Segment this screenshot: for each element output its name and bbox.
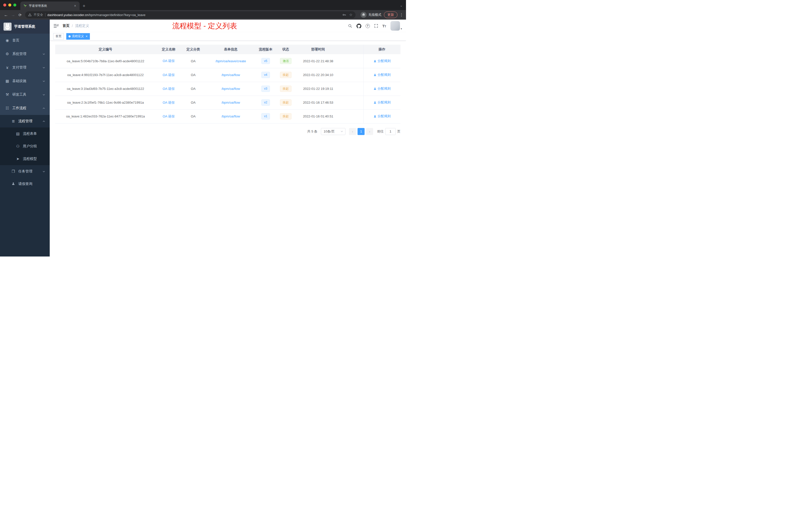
sidebar-item-process-model[interactable]: ➤ 流程模型 — [0, 153, 50, 165]
page-content: 定义编号 定义名称 定义分类 表单信息 流程版本 状态 部署时间 操作 oa_l… — [50, 41, 406, 256]
assign-rule-link[interactable]: 分配规则 — [373, 59, 391, 63]
assign-rule-link[interactable]: 分配规则 — [373, 100, 391, 105]
page-1-button[interactable]: 1 — [357, 128, 365, 135]
assign-rule-label: 分配规则 — [378, 100, 391, 105]
user-icon — [373, 59, 377, 63]
sidebar-item-process-form[interactable]: ▤ 流程表单 — [0, 127, 50, 140]
minimize-window-button[interactable] — [8, 3, 11, 6]
close-icon[interactable]: × — [86, 34, 88, 38]
font-size-icon[interactable]: TT — [382, 24, 386, 28]
sidebar-item-devtools[interactable]: ⚒ 研发工具 — [0, 88, 50, 101]
form-link[interactable]: /bpm/oa/flow — [222, 101, 240, 104]
sidebar-item-label: 请假查询 — [18, 182, 32, 186]
chevron-down-icon — [42, 93, 45, 96]
back-button[interactable]: ← — [2, 13, 9, 17]
user-avatar[interactable] — [390, 21, 400, 31]
sidebar-item-label: 系统管理 — [12, 52, 26, 56]
search-icon[interactable] — [348, 24, 352, 28]
incognito-label: 无痕模式 — [368, 12, 381, 17]
tag-process-definition[interactable]: 流程定义 × — [66, 33, 90, 40]
url-text[interactable]: dashboard.yudao.iocoder.cn/bpm/manager/d… — [48, 13, 340, 17]
assign-rule-link[interactable]: 分配规则 — [373, 114, 391, 118]
form-link[interactable]: /bpm/oa/flow — [222, 73, 240, 77]
sidebar-logo[interactable]: 芋道管理系统 — [0, 20, 50, 34]
breadcrumb-home[interactable]: 首页 — [62, 24, 69, 28]
sidebar-item-label: 基础设施 — [12, 79, 26, 83]
monitor-icon: ▦ — [5, 79, 9, 83]
sidebar-item-home[interactable]: ◉ 首页 — [0, 34, 50, 47]
sidebar-item-process-management[interactable]: ≣ 流程管理 — [0, 115, 50, 127]
fullscreen-icon[interactable] — [374, 24, 378, 28]
page-size-select[interactable]: 10条/页 — [321, 128, 346, 135]
sidebar-item-user-group[interactable]: ⚇ 用户分组 — [0, 140, 50, 153]
definition-category: OA — [181, 96, 205, 110]
version-badge: v4 — [261, 72, 270, 78]
sidebar-item-task-management[interactable]: ❒ 任务管理 — [0, 165, 50, 178]
new-tab-button[interactable]: + — [83, 3, 85, 8]
definition-name-link[interactable]: OA 请假 — [163, 87, 175, 91]
definition-name-link[interactable]: OA 请假 — [163, 73, 175, 77]
sidebar-item-label: 流程表单 — [23, 131, 37, 136]
bookmark-star-icon[interactable]: ☆ — [349, 12, 352, 17]
filler-cell — [340, 54, 363, 68]
logo-avatar — [3, 23, 11, 31]
chrome-update-button[interactable]: 更新 — [384, 11, 398, 18]
sidebar-item-system[interactable]: ⚙ 系统管理 — [0, 47, 50, 61]
status-badge: 挂起 — [280, 99, 291, 105]
collapse-sidebar-icon[interactable] — [54, 24, 58, 28]
col-definition-category: 定义分类 — [181, 45, 205, 54]
deploy-time: 2022-01-22 19:19:11 — [297, 82, 340, 96]
tag-label: 首页 — [56, 34, 61, 38]
next-page-button[interactable]: › — [366, 128, 373, 135]
close-window-button[interactable] — [3, 3, 6, 6]
reload-button[interactable]: ⟳ — [17, 13, 24, 17]
col-definition-name: 定义名称 — [156, 45, 181, 54]
sidebar-item-payment[interactable]: ¥ 支付管理 — [0, 61, 50, 74]
definition-name-link[interactable]: OA 请假 — [163, 59, 175, 63]
security-label[interactable]: 不安全 — [34, 13, 43, 17]
filler-cell — [340, 68, 363, 82]
sidebar-item-infrastructure[interactable]: ▦ 基础设施 — [0, 74, 50, 88]
tab-search-icon[interactable]: ⌄ — [400, 4, 403, 7]
form-link[interactable]: /bpm/oa/flow — [222, 115, 240, 118]
assign-rule-label: 分配规则 — [378, 59, 391, 63]
goto-page-input[interactable] — [385, 128, 396, 135]
col-definition-id: 定义编号 — [55, 45, 156, 54]
password-key-icon[interactable] — [342, 13, 346, 17]
table-row: oa_leave:5:004b710b-7b8a-11ec-8ef0-acde4… — [55, 54, 401, 68]
maximize-window-button[interactable] — [13, 3, 16, 6]
sidebar-item-workflow[interactable]: ☷ 工作流程 — [0, 101, 50, 115]
annotation-text: 流程模型 - 定义列表 — [172, 21, 237, 31]
assign-rule-link[interactable]: 分配规则 — [373, 72, 391, 77]
prev-page-button[interactable]: ‹ — [349, 128, 356, 135]
deploy-time: 2022-01-16 01:40:51 — [297, 110, 340, 123]
definition-name-link[interactable]: OA 请假 — [163, 115, 175, 118]
active-dot — [68, 35, 70, 37]
assign-rule-link[interactable]: 分配规则 — [373, 86, 391, 91]
browser-menu-icon[interactable]: ⋮ — [400, 12, 404, 17]
user-menu[interactable]: ▾ — [390, 21, 402, 31]
browser-tab[interactable]: 芋道管理系统 × — [20, 1, 80, 10]
close-tab-icon[interactable]: × — [73, 4, 77, 8]
col-actions: 操作 — [363, 45, 401, 54]
form-link[interactable]: /bpm/oa/flow — [222, 87, 240, 91]
dashboard-icon: ◉ — [5, 38, 9, 43]
sidebar-item-leave-query[interactable]: 请假查询 — [0, 178, 50, 190]
col-form-info: 表单信息 — [205, 45, 257, 54]
main-area: 首页 / 流程定义 流程模型 - 定义列表 ? TT ▾ 首页 — [50, 20, 406, 256]
filler-cell — [340, 96, 363, 110]
sidebar-item-label: 首页 — [12, 38, 19, 43]
github-icon[interactable] — [356, 24, 361, 28]
address-bar[interactable]: 不安全 dashboard.yudao.iocoder.cn/bpm/manag… — [25, 11, 355, 18]
form-icon: ▤ — [16, 131, 20, 136]
sidebar: 芋道管理系统 ◉ 首页 ⚙ 系统管理 ¥ 支付管理 ▦ 基础设施 — [0, 20, 50, 256]
forward-button[interactable]: → — [9, 13, 17, 17]
help-icon[interactable]: ? — [366, 24, 370, 28]
browser-toolbar: ← → ⟳ 不安全 dashboard.yudao.iocoder.cn/bpm… — [0, 10, 406, 20]
form-link[interactable]: /bpm/oa/leave/create — [215, 59, 246, 63]
tag-home[interactable]: 首页 — [53, 33, 64, 40]
definition-id: oa_leave:5:004b710b-7b8a-11ec-8ef0-acde4… — [55, 54, 156, 68]
deploy-time: 2022-01-22 20:34:10 — [297, 68, 340, 82]
definition-name-link[interactable]: OA 请假 — [163, 101, 175, 104]
definition-table: 定义编号 定义名称 定义分类 表单信息 流程版本 状态 部署时间 操作 oa_l… — [55, 45, 401, 123]
